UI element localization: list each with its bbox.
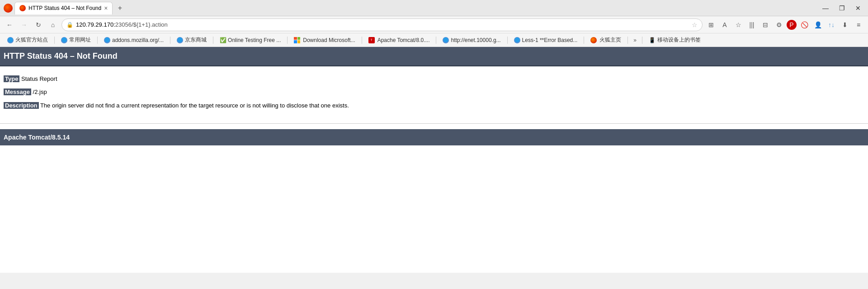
block-icon[interactable]: 🚫 — [798, 19, 810, 31]
bookmark-huohuomain-label: 火狐主页 — [599, 36, 621, 44]
bookmark-mobile-icon: 📱 — [649, 37, 656, 43]
type-label: Type — [4, 75, 19, 82]
home-button[interactable]: ⌂ — [47, 19, 59, 31]
bookmark-enet[interactable]: 🌐 http://enet.10000.g... — [439, 36, 504, 44]
bookmark-huohuo[interactable]: 🌐 火狐官方站点 — [4, 35, 52, 45]
new-tab-button[interactable]: + — [114, 3, 125, 14]
bookmark-tomcat[interactable]: T Apache Tomcat/8.0.... — [365, 36, 434, 44]
page-title: HTTP Status 404 – Not Found — [4, 51, 118, 61]
bookmark-separator-5 — [287, 37, 288, 44]
bookmark-separator-6 — [362, 37, 362, 44]
bookmark-huohuo-icon: 🌐 — [7, 37, 14, 43]
bookmark-separator-1 — [54, 37, 55, 44]
description-label: Description — [4, 102, 39, 109]
bookmark-enet-label: http://enet.10000.g... — [451, 37, 500, 43]
download-icon[interactable]: ⬇ — [839, 19, 851, 31]
page-body: Type Status Report Message /2.jsp Descri… — [0, 66, 868, 118]
bookmark-testing[interactable]: ✅ Online Testing Free ... — [216, 36, 284, 44]
bookmark-separator-2 — [97, 37, 98, 44]
bookmarks-bar: 🌐 火狐官方站点 🌐 常用网址 🌐 addons.mozilla.org/...… — [0, 33, 868, 47]
settings-icon[interactable]: ⚙ — [773, 19, 785, 31]
bookmark-separator-4 — [213, 37, 213, 44]
window-controls: — ❐ ✕ — [819, 2, 864, 14]
tab-bar: HTTP Status 404 – Not Found × + — [14, 2, 817, 14]
browser-logo-icon — [4, 4, 13, 13]
bookmark-separator-10 — [627, 37, 628, 44]
bookmark-changyong-icon: 🌐 — [61, 37, 67, 43]
bookmark-download-label: Download Microsoft... — [303, 37, 355, 43]
sync-icon[interactable]: ↑↓ — [826, 19, 837, 31]
bookmark-less1-icon: 🌐 — [514, 37, 520, 43]
tab-view-icon[interactable]: ⊟ — [760, 19, 771, 31]
bookmark-changyong[interactable]: 🌐 常用网址 — [57, 35, 94, 45]
bookmark-jd[interactable]: 🌐 京东商城 — [173, 35, 210, 45]
nav-right-controls: ⊞ A ☆ ||| ⊟ ⚙ P 🚫 👤 ↑↓ ⬇ ≡ — [705, 19, 864, 31]
page-content: HTTP Status 404 – Not Found Type Status … — [0, 47, 868, 273]
message-section: Message /2.jsp — [4, 87, 864, 97]
star-icon[interactable]: ☆ — [732, 19, 744, 31]
bookmark-mobile[interactable]: 📱 移动设备上的书签 — [645, 35, 704, 45]
message-value: /2.jsp — [33, 89, 47, 95]
profile-icon[interactable]: 👤 — [812, 19, 824, 31]
bookmark-huohuo-label: 火狐官方站点 — [15, 36, 48, 44]
pocket-icon[interactable]: P — [787, 20, 797, 30]
minimize-button[interactable]: — — [819, 2, 832, 14]
maximize-button[interactable]: ❐ — [835, 2, 848, 14]
tab-favicon-icon — [19, 5, 26, 11]
bookmark-download[interactable]: Download Microsoft... — [290, 36, 359, 44]
bookmark-testing-icon: ✅ — [220, 37, 226, 43]
reading-view-icon[interactable]: ||| — [746, 19, 758, 31]
bookmark-download-icon — [294, 37, 300, 43]
security-icon: 🔒 — [66, 22, 73, 28]
bookmark-testing-label: Online Testing Free ... — [228, 37, 281, 43]
refresh-button[interactable]: ↻ — [33, 19, 44, 31]
bookmark-addons-label: addons.mozilla.org/... — [112, 37, 164, 43]
tab-close-button[interactable]: × — [104, 5, 108, 11]
close-button[interactable]: ✕ — [852, 2, 864, 14]
bookmark-jd-label: 京东商城 — [185, 36, 207, 44]
footer-text: Apache Tomcat/8.5.14 — [4, 134, 70, 141]
bookmark-star-icon[interactable]: ☆ — [692, 21, 698, 28]
bookmark-less1[interactable]: 🌐 Less-1 **Error Based... — [510, 36, 581, 44]
bookmark-separator-11 — [642, 37, 642, 44]
active-tab[interactable]: HTTP Status 404 – Not Found × — [14, 2, 113, 14]
page-title-bar: HTTP Status 404 – Not Found — [0, 47, 868, 66]
type-section: Type Status Report — [4, 74, 864, 84]
bookmark-addons-icon: 🌐 — [104, 37, 110, 43]
bookmark-separator-3 — [170, 37, 170, 44]
bookmark-separator-8 — [507, 37, 508, 44]
address-text: 120.79.29.170:23056/${1+1}.action — [76, 21, 689, 28]
description-value: The origin server did not find a current… — [40, 102, 349, 109]
bookmark-tomcat-label: Apache Tomcat/8.0.... — [377, 37, 430, 43]
more-bookmarks-button[interactable]: » — [631, 36, 639, 44]
type-value: Status Report — [21, 75, 57, 82]
address-bar[interactable]: 🔒 120.79.29.170:23056/${1+1}.action ☆ — [61, 19, 703, 31]
bookmark-tomcat-icon: T — [368, 37, 375, 43]
tab-title: HTTP Status 404 – Not Found — [28, 5, 101, 11]
message-label: Message — [4, 89, 31, 95]
page-footer: Apache Tomcat/8.5.14 — [0, 129, 868, 145]
title-bar: HTTP Status 404 – Not Found × + — ❐ ✕ — [0, 0, 868, 16]
back-button[interactable]: ← — [4, 19, 15, 31]
translate-icon[interactable]: A — [719, 19, 731, 31]
bookmark-enet-icon: 🌐 — [443, 37, 449, 43]
bookmark-separator-9 — [584, 37, 584, 44]
page-divider — [0, 123, 868, 124]
bookmark-jd-icon: 🌐 — [177, 37, 183, 43]
bookmark-huohuo-main[interactable]: 火狐主页 — [587, 35, 625, 45]
bookmark-less1-label: Less-1 **Error Based... — [522, 37, 578, 43]
nav-bar: ← → ↻ ⌂ 🔒 120.79.29.170:23056/${1+1}.act… — [0, 16, 868, 33]
bookmark-separator-7 — [436, 37, 436, 44]
bookmark-huohuomain-icon — [590, 37, 597, 43]
description-section: Description The origin server did not fi… — [4, 100, 864, 111]
bookmark-addons[interactable]: 🌐 addons.mozilla.org/... — [100, 36, 167, 44]
forward-button[interactable]: → — [18, 19, 30, 31]
address-path: 23056/${1+1}.action — [115, 21, 168, 28]
bookmark-changyong-label: 常用网址 — [69, 36, 91, 44]
address-host: 120.79.29.170: — [76, 21, 115, 28]
bookmark-mobile-label: 移动设备上的书签 — [657, 36, 701, 44]
menu-icon[interactable]: ≡ — [853, 19, 864, 31]
extensions-icon[interactable]: ⊞ — [705, 19, 717, 31]
